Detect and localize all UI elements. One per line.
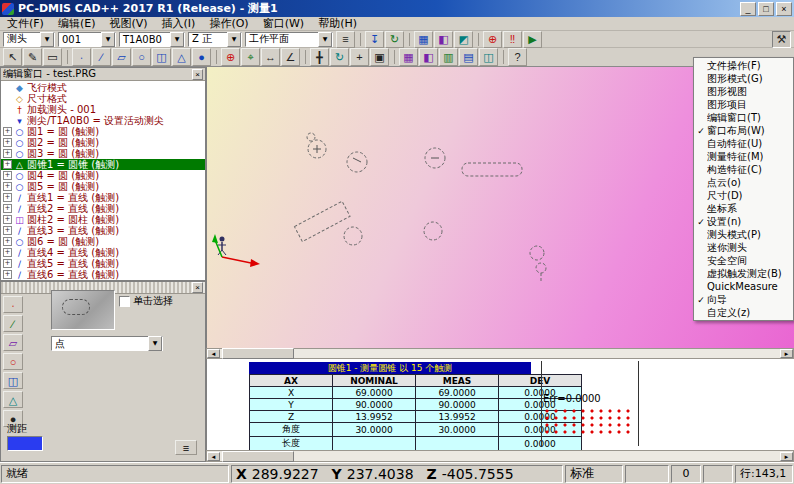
- context-menu-item[interactable]: 测头模式(P): [694, 228, 793, 241]
- report-hscrollbar[interactable]: ◄ ►: [206, 450, 794, 462]
- menu-item[interactable]: 视图(V): [102, 17, 154, 30]
- close-button[interactable]: ×: [776, 2, 792, 16]
- circle-feature-icon[interactable]: ○: [132, 48, 151, 66]
- close-icon[interactable]: ×: [192, 69, 203, 80]
- expand-icon[interactable]: [3, 193, 12, 202]
- expand-icon[interactable]: [3, 182, 12, 191]
- expand-icon[interactable]: [3, 270, 12, 279]
- menu-item[interactable]: 操作(O): [202, 17, 255, 30]
- cylinder-feature-icon[interactable]: ◫: [152, 48, 171, 66]
- probe-combo[interactable]: 测头 ▼: [3, 32, 55, 47]
- graphics-hscrollbar[interactable]: ◄ ►: [206, 348, 794, 359]
- scroll-left-icon[interactable]: ◄: [207, 349, 220, 358]
- scroll-right-icon[interactable]: ►: [780, 349, 793, 358]
- expand-icon[interactable]: [3, 127, 12, 136]
- chevron-down-icon[interactable]: ▼: [148, 336, 162, 351]
- chevron-down-icon[interactable]: ▼: [318, 32, 332, 47]
- move-speed-icon[interactable]: ↻: [385, 31, 404, 48]
- insert-move-icon[interactable]: ▶: [523, 31, 542, 48]
- expand-icon[interactable]: [3, 226, 12, 235]
- expand-icon[interactable]: [3, 215, 12, 224]
- context-menu-item[interactable]: 坐标系: [694, 202, 793, 215]
- pen-icon[interactable]: ✎: [23, 48, 42, 66]
- expand-icon[interactable]: [3, 237, 12, 246]
- expand-icon[interactable]: [3, 171, 12, 180]
- context-menu-item[interactable]: QuickMeasure: [694, 280, 793, 293]
- context-menu-item[interactable]: 向导: [694, 293, 793, 306]
- scroll-thumb[interactable]: [222, 348, 294, 359]
- chevron-down-icon[interactable]: ▼: [101, 32, 115, 47]
- zoom-in-icon[interactable]: +: [350, 48, 369, 66]
- select-box-icon[interactable]: ▭: [43, 48, 62, 66]
- single-click-select-checkbox[interactable]: [119, 296, 130, 307]
- report-window-icon[interactable]: ▥: [439, 48, 458, 66]
- workplane-combo[interactable]: Z 正 ▼: [188, 32, 242, 47]
- scroll-left-icon[interactable]: ◄: [207, 452, 220, 461]
- scroll-thumb[interactable]: [222, 451, 294, 462]
- context-menu-item[interactable]: 窗口布局(W): [694, 124, 793, 137]
- graphic-window-icon[interactable]: ▦: [399, 48, 418, 66]
- menu-item[interactable]: 文件(F): [0, 17, 51, 30]
- feature-cylinder-icon[interactable]: ◫: [3, 372, 23, 389]
- pan-view-icon[interactable]: ╋: [310, 48, 329, 66]
- context-menu-item[interactable]: 图形视图: [694, 85, 793, 98]
- context-menu-item[interactable]: 迷你测头: [694, 241, 793, 254]
- context-menu-item[interactable]: 图形项目: [694, 98, 793, 111]
- expand-icon[interactable]: [3, 149, 12, 158]
- feature-type-combo[interactable]: 点 ▼: [51, 336, 163, 351]
- expand-icon[interactable]: [3, 160, 12, 169]
- measure-icon[interactable]: ⊕: [483, 31, 502, 48]
- sphere-feature-icon[interactable]: ●: [192, 48, 211, 66]
- probe-toolbox-icon[interactable]: ≡: [336, 31, 355, 48]
- point-feature-icon[interactable]: ∙: [72, 48, 91, 66]
- close-icon[interactable]: ×: [192, 282, 203, 293]
- expand-icon[interactable]: [3, 248, 12, 257]
- help-icon[interactable]: ?: [508, 48, 527, 66]
- chevron-down-icon[interactable]: ▼: [40, 32, 54, 47]
- context-menu-item[interactable]: 图形模式(G): [694, 72, 793, 85]
- pointer-icon[interactable]: ↖: [3, 48, 22, 66]
- context-menu-item[interactable]: 设置(n): [694, 215, 793, 228]
- tree-item[interactable]: 直线6 = 直线 (触测): [1, 269, 205, 280]
- expand-icon[interactable]: [3, 138, 12, 147]
- auto-feature-icon[interactable]: ⊕: [221, 48, 240, 66]
- shaded-view-icon[interactable]: ◧: [419, 48, 438, 66]
- context-menu-item[interactable]: 构造特征(C): [694, 163, 793, 176]
- feature-plane-icon[interactable]: ▱: [3, 334, 23, 351]
- scroll-right-icon[interactable]: ►: [780, 452, 793, 461]
- context-menu-item[interactable]: 点云(o): [694, 176, 793, 189]
- context-menu-item[interactable]: 文件操作(F): [694, 59, 793, 72]
- chevron-down-icon[interactable]: ▼: [170, 32, 184, 47]
- cad-view-icon[interactable]: ◧: [434, 31, 453, 48]
- work-plane-label-combo[interactable]: 工作平面 ▼: [245, 32, 333, 47]
- context-menu-item[interactable]: 自动特征(U): [694, 137, 793, 150]
- minimize-button[interactable]: _: [740, 2, 756, 16]
- line-feature-icon[interactable]: ∕: [92, 48, 111, 66]
- more-options-button[interactable]: ≡: [175, 440, 197, 455]
- feature-point-icon[interactable]: ∙: [3, 296, 23, 313]
- expand-icon[interactable]: [3, 204, 12, 213]
- context-menu-item[interactable]: 安全空间: [694, 254, 793, 267]
- dimension-angle-icon[interactable]: ∠: [281, 48, 300, 66]
- dimension-distance-icon[interactable]: ↔: [261, 48, 280, 66]
- context-menu-item[interactable]: 编辑窗口(T): [694, 111, 793, 124]
- zoom-fit-icon[interactable]: ▣: [370, 48, 389, 66]
- context-menu-item[interactable]: 自定义(z): [694, 306, 793, 319]
- rotate-view-icon[interactable]: ↻: [330, 48, 349, 66]
- dimension-location-icon[interactable]: ⌖: [241, 48, 260, 66]
- context-menu-item[interactable]: 尺寸(D): [694, 189, 793, 202]
- menu-item[interactable]: 编辑(E): [51, 17, 103, 30]
- maximize-button[interactable]: □: [758, 2, 774, 16]
- execute-icon[interactable]: ‼: [503, 31, 522, 48]
- probe-tip-combo[interactable]: T1A0B0 ▼: [119, 32, 185, 47]
- menu-item[interactable]: 帮助(H): [311, 17, 364, 30]
- expand-icon[interactable]: [3, 259, 12, 268]
- plane-feature-icon[interactable]: ▱: [112, 48, 131, 66]
- chevron-down-icon[interactable]: ▼: [227, 32, 241, 47]
- status-window-icon[interactable]: ◫: [479, 48, 498, 66]
- feature-circle-icon[interactable]: ○: [3, 353, 23, 370]
- context-menu-item[interactable]: 测量特征(M): [694, 150, 793, 163]
- feature-line-icon[interactable]: ∕: [3, 315, 23, 332]
- graphic-modes-icon[interactable]: ▦: [414, 31, 433, 48]
- surface-mode-icon[interactable]: ◩: [454, 31, 473, 48]
